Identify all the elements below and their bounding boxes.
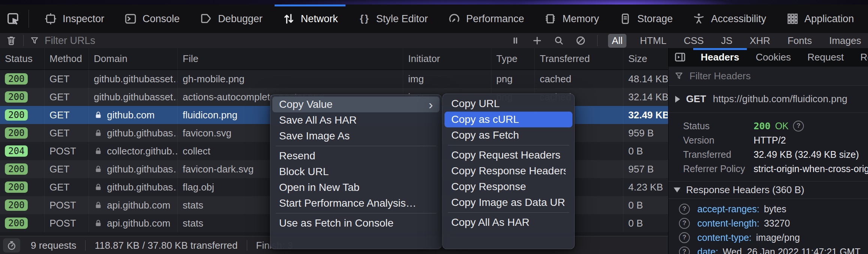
menu-item-copy-all-as-har[interactable]: Copy All As HAR — [445, 215, 572, 230]
application-icon — [786, 12, 799, 26]
table-header-row: StatusMethodDomainFileInitiatorTypeTrans… — [0, 48, 668, 70]
column-header-domain[interactable]: Domain — [89, 48, 178, 70]
help-icon[interactable]: ? — [679, 246, 690, 254]
clear-requests-button[interactable] — [5, 35, 17, 47]
block-requests-button[interactable] — [575, 35, 587, 47]
menu-item-label: Copy Response Headers — [451, 163, 566, 179]
details-tab-response[interactable]: Response — [852, 48, 868, 66]
menu-item-copy-request-headers[interactable]: Copy Request Headers — [445, 147, 572, 163]
tab-application[interactable]: Application — [776, 5, 864, 33]
size-cell: 959 B — [623, 124, 668, 142]
tab-storage[interactable]: Storage — [609, 5, 683, 33]
collapse-section-icon[interactable] — [674, 187, 680, 192]
menu-item-label: Block URL — [279, 164, 433, 180]
status-cell: 200 — [0, 178, 45, 196]
type-filter-fonts[interactable]: Fonts — [784, 34, 815, 48]
tab-inspector[interactable]: Inspector — [34, 5, 114, 33]
performance-analysis-button[interactable] — [3, 238, 20, 252]
header-value: 33270 — [764, 218, 790, 229]
menu-item-copy-response[interactable]: Copy Response — [445, 179, 572, 195]
response-headers-section-header[interactable]: Response Headers (360 B) — [668, 181, 868, 199]
menu-item-save-all-as-har[interactable]: Save All As HAR — [272, 112, 440, 128]
summary-value: 200OK? — [754, 121, 804, 132]
type-filter-images[interactable]: Images — [825, 34, 865, 48]
domain-text: github.githubasset… — [94, 73, 178, 85]
menu-item-copy-value[interactable]: Copy Value› — [272, 97, 440, 112]
help-icon[interactable]: ? — [679, 204, 690, 215]
summary-label: Status — [683, 121, 754, 132]
menu-item-label: Save Image As — [279, 128, 433, 144]
menu-item-label: Copy URL — [451, 96, 566, 112]
tab-debugger[interactable]: Debugger — [189, 5, 272, 33]
summary-value: HTTP/2 — [754, 135, 786, 146]
column-header-status[interactable]: Status — [0, 48, 45, 70]
tab-label: Network — [301, 13, 338, 25]
response-header-row: ?accept-ranges:bytes — [668, 202, 868, 216]
menu-item-resend[interactable]: Resend — [272, 148, 440, 164]
method-cell: GET — [45, 178, 89, 196]
tab-console[interactable]: Console — [114, 5, 189, 33]
summary-label: Transferred — [683, 149, 754, 160]
performance-icon — [448, 12, 461, 26]
menu-item-start-performance-analysis-[interactable]: Start Performance Analysis… — [272, 195, 440, 211]
filter-headers-input[interactable]: Filter Headers — [668, 67, 868, 86]
help-icon[interactable]: ? — [679, 218, 690, 229]
menu-item-copy-response-headers[interactable]: Copy Response Headers — [445, 163, 572, 179]
column-header-size[interactable]: Size — [623, 48, 668, 70]
type-filter-js[interactable]: JS — [717, 34, 736, 48]
statusbar-separator — [85, 240, 86, 251]
tab-accessibility[interactable]: Accessibility — [682, 5, 776, 33]
status-text: OK — [775, 121, 788, 132]
column-header-file[interactable]: File — [178, 48, 403, 70]
pick-element-button[interactable] — [3, 9, 23, 29]
column-header-type[interactable]: Type — [491, 48, 535, 70]
type-filter-xhr[interactable]: XHR — [746, 34, 774, 48]
details-tab-headers[interactable]: Headers — [692, 48, 748, 66]
split-panel-toggle-button[interactable] — [674, 51, 686, 63]
request-url-row[interactable]: GET https://github.com/fluidicon.png — [668, 86, 868, 113]
column-header-method[interactable]: Method — [45, 48, 89, 70]
domain-text: github.githubas… — [107, 163, 178, 175]
details-tab-request[interactable]: Request — [799, 48, 852, 66]
request-row[interactable]: 200GETgithub.githubasset…gh-mobile.pngim… — [0, 70, 668, 88]
menu-item-use-as-fetch-in-console[interactable]: Use as Fetch in Console — [272, 215, 440, 231]
menu-item-copy-as-fetch[interactable]: Copy as Fetch — [445, 127, 572, 143]
menu-item-block-url[interactable]: Block URL — [272, 164, 440, 180]
accessibility-icon — [692, 12, 706, 26]
menu-item-open-in-new-tab[interactable]: Open in New Tab — [272, 180, 440, 195]
search-button[interactable] — [553, 35, 565, 47]
status-badge: 200 — [5, 218, 28, 229]
tab-network[interactable]: Network — [272, 5, 348, 33]
tab-label: Performance — [466, 13, 524, 25]
pause-recording-button[interactable] — [509, 35, 521, 47]
tab-memory[interactable]: Memory — [534, 5, 609, 33]
type-filter-html[interactable]: HTML — [636, 34, 670, 48]
webpage-behind-strip — [0, 0, 868, 5]
expand-request-icon[interactable] — [675, 96, 680, 103]
method-cell: GET — [45, 124, 89, 142]
tab-performance[interactable]: Performance — [438, 5, 534, 33]
size-cell: 4.23 KB — [623, 178, 668, 196]
help-icon[interactable]: ? — [679, 232, 690, 243]
domain-cell: collector.github.… — [89, 142, 178, 160]
menu-item-copy-url[interactable]: Copy URL — [445, 96, 572, 112]
help-icon[interactable]: ? — [793, 121, 804, 132]
copy-value-submenu: Copy URLCopy as cURLCopy as FetchCopy Re… — [442, 94, 575, 249]
lock-icon — [94, 200, 103, 210]
menu-item-copy-image-as-data-uri[interactable]: Copy Image as Data URI — [445, 195, 572, 210]
size-cell: 0 B — [623, 142, 668, 160]
menu-item-save-image-as[interactable]: Save Image As — [272, 128, 440, 144]
pick-element-icon — [6, 11, 21, 26]
new-request-button[interactable] — [531, 35, 543, 47]
type-filter-css[interactable]: CSS — [680, 34, 707, 48]
details-tab-cookies[interactable]: Cookies — [748, 48, 799, 66]
column-header-initiator[interactable]: Initiator — [403, 48, 491, 70]
method-cell: POST — [45, 142, 89, 160]
toolbar-separator — [597, 35, 598, 46]
request-summary: Status200OK?VersionHTTP/2Transferred32.4… — [668, 113, 868, 179]
type-filter-all[interactable]: All — [608, 34, 626, 48]
domain-cell: api.github.com — [89, 196, 178, 214]
tab-style-editor[interactable]: {}Style Editor — [348, 5, 438, 33]
column-header-transferred[interactable]: Transferred — [535, 48, 623, 70]
menu-item-copy-as-curl[interactable]: Copy as cURL — [445, 112, 572, 127]
